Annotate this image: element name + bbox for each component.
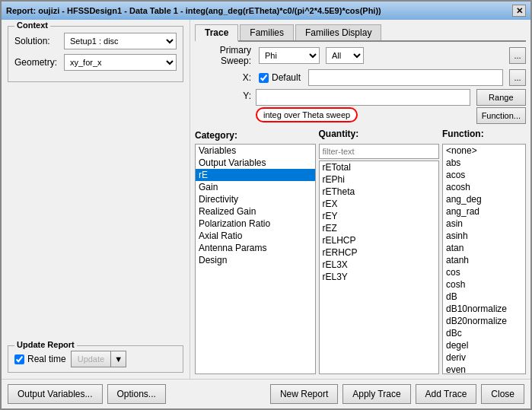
list-item[interactable]: Output Variables — [196, 157, 315, 169]
list-item[interactable]: ang_deg — [443, 193, 525, 205]
list-item[interactable]: Antenna Params — [196, 242, 315, 254]
apply-trace-button[interactable]: Apply Trace — [342, 384, 410, 404]
list-item[interactable]: Variables — [196, 145, 315, 157]
tab-families[interactable]: Families — [240, 24, 294, 40]
update-dropdown-arrow: ▼ — [114, 354, 123, 364]
update-btn-group: Update ▼ — [71, 351, 126, 367]
list-item[interactable]: rEL3Y — [320, 271, 439, 283]
realtime-checkbox-label[interactable]: Real time — [14, 354, 66, 364]
solution-row: Solution: Setup1 : disc — [14, 33, 177, 49]
list-item[interactable]: dB10normalize — [443, 303, 525, 315]
solution-select[interactable]: Setup1 : disc — [64, 33, 177, 49]
list-item[interactable]: acos — [443, 169, 525, 181]
y-value-input[interactable]: integ(ang_deg(rETheta)*c0/(pi^2*4.5E9)*c… — [256, 89, 470, 106]
trace-form: Primary Sweep: Phi All ... X: Default — [195, 45, 526, 374]
tab-families-display[interactable]: Families Display — [295, 24, 381, 40]
list-item[interactable]: rETotal — [320, 161, 439, 173]
list-item[interactable]: ang_rad — [443, 205, 525, 218]
context-group-title: Context — [14, 21, 50, 30]
range-btn-group: Range Function... — [473, 89, 526, 124]
list-item[interactable]: rEL3X — [320, 259, 439, 271]
tab-trace[interactable]: Trace — [195, 24, 238, 42]
list-item[interactable]: Polarization Ratio — [196, 218, 315, 230]
category-list-container: VariablesOutput VariablesrEGainDirectivi… — [195, 144, 316, 374]
primary-sweep-select[interactable]: Phi — [259, 47, 320, 64]
list-item[interactable]: Realized Gain — [196, 205, 315, 218]
realtime-label: Real time — [27, 354, 66, 364]
list-item[interactable]: acosh — [443, 181, 525, 193]
geometry-select[interactable]: xy_for_x — [64, 54, 177, 71]
quantity-filter-input[interactable] — [319, 144, 440, 159]
category-headers-row: Category: Quantity: Function: — [195, 129, 526, 141]
list-item[interactable]: abs — [443, 157, 525, 169]
list-item[interactable]: Gain — [196, 181, 315, 193]
update-button-label: Update — [78, 354, 104, 364]
x-value-input[interactable]: Phi — [308, 69, 503, 86]
list-item[interactable]: asin — [443, 218, 525, 230]
options-button[interactable]: Options... — [107, 384, 166, 404]
list-item[interactable]: rEY — [320, 210, 439, 222]
list-item[interactable]: atan — [443, 242, 525, 254]
primary-sweep-dots-button[interactable]: ... — [509, 47, 526, 64]
list-item[interactable]: dB — [443, 291, 525, 303]
update-button[interactable]: Update — [71, 351, 111, 367]
y-label: Y: — [195, 89, 256, 101]
list-item[interactable]: Design — [196, 254, 315, 266]
categories-row: VariablesOutput VariablesrEGainDirectivi… — [195, 144, 526, 374]
quantity-list-container: rETotalrEPhirEThetarEXrEYrEZrELHCPrERHCP… — [319, 144, 440, 374]
list-item[interactable]: Directivity — [196, 193, 315, 205]
list-item[interactable]: dB20normalize — [443, 315, 525, 327]
range-button[interactable]: Range — [476, 89, 526, 106]
y-row: Y: integ(ang_deg(rETheta)*c0/(pi^2*4.5E9… — [195, 89, 526, 124]
list-item[interactable]: rETheta — [320, 186, 439, 198]
list-item[interactable]: asinh — [443, 230, 525, 242]
quantity-list[interactable]: rETotalrEPhirEThetarEXrEYrEZrELHCPrERHCP… — [319, 161, 440, 374]
list-item[interactable]: rE — [196, 169, 315, 181]
update-row: Real time Update ▼ — [14, 351, 177, 367]
y-hint-text: integ over Theta sweep — [256, 107, 358, 122]
category-header: Category: — [195, 130, 237, 141]
list-item[interactable]: rEZ — [320, 222, 439, 234]
y-input-area: integ(ang_deg(rETheta)*c0/(pi^2*4.5E9)*c… — [256, 89, 470, 122]
list-item[interactable]: atanh — [443, 254, 525, 266]
output-variables-button[interactable]: Output Variables... — [8, 384, 103, 404]
new-report-button[interactable]: New Report — [270, 384, 338, 404]
list-item[interactable]: deriv — [443, 351, 525, 364]
update-report-group: Update Report Real time Update ▼ — [8, 345, 183, 373]
x-label: X: — [195, 72, 256, 83]
main-window: Report: oujizi - HFSSDesign1 - Data Tabl… — [0, 0, 532, 410]
x-default-checkbox[interactable] — [259, 73, 269, 83]
main-content: Context Solution: Setup1 : disc Geometry… — [2, 20, 530, 379]
list-item[interactable]: cos — [443, 266, 525, 278]
update-dropdown-button[interactable]: ▼ — [111, 351, 126, 367]
solution-label: Solution: — [14, 36, 64, 46]
close-window-button[interactable]: ✕ — [512, 5, 526, 17]
realtime-checkbox[interactable] — [14, 354, 24, 364]
x-row: X: Default Phi ... — [195, 69, 526, 86]
right-panel: Trace Families Families Display Primary … — [190, 20, 530, 379]
list-item[interactable]: <none> — [443, 145, 525, 157]
quantity-header: Quantity: — [319, 129, 440, 139]
list-item[interactable]: degel — [443, 339, 525, 351]
primary-sweep-label: Primary Sweep: — [195, 45, 256, 66]
title-bar: Report: oujizi - HFSSDesign1 - Data Tabl… — [2, 2, 530, 20]
list-item[interactable]: dBc — [443, 327, 525, 339]
function-header: Function: — [442, 129, 484, 139]
list-item[interactable]: rERHCP — [320, 246, 439, 259]
category-list[interactable]: VariablesOutput VariablesrEGainDirectivi… — [195, 144, 316, 374]
add-trace-button[interactable]: Add Trace — [416, 384, 477, 404]
x-dots-button[interactable]: ... — [509, 69, 526, 86]
primary-sweep-all-select[interactable]: All — [326, 47, 364, 64]
list-item[interactable]: rEPhi — [320, 173, 439, 186]
update-report-title: Update Report — [14, 340, 77, 349]
function-button[interactable]: Function... — [476, 107, 526, 124]
close-button[interactable]: Close — [481, 384, 524, 404]
context-group: Context Solution: Setup1 : disc Geometry… — [8, 26, 183, 82]
function-list[interactable]: <none>absacosacoshang_degang_radasinasin… — [442, 144, 526, 374]
list-item[interactable]: cosh — [443, 278, 525, 291]
list-item[interactable]: rEX — [320, 198, 439, 210]
bottom-button-row: Output Variables... Options... New Repor… — [2, 379, 530, 408]
list-item[interactable]: rELHCP — [320, 234, 439, 246]
list-item[interactable]: even — [443, 364, 525, 374]
list-item[interactable]: Axial Ratio — [196, 230, 315, 242]
